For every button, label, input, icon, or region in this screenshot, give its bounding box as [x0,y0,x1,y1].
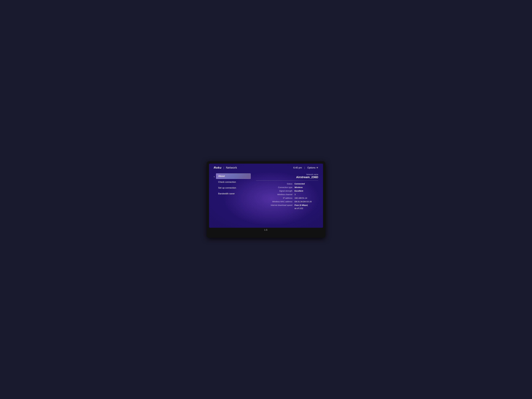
monitor-screen: Roku | Network 6:40 pm | Options ✳ [209,164,323,228]
header-pipe: | [304,166,305,169]
menu-item-check-connection[interactable]: Check connection [216,179,251,185]
ip-address-value: 192.168.51.14 [294,197,318,199]
header: Roku | Network 6:40 pm | Options ✳ [209,164,323,171]
current-time: 6:40 pm [293,166,302,169]
monitor-outer: Roku | Network 6:40 pm | Options ✳ [207,161,325,238]
status-value: Connected [294,183,318,185]
mac-address-value: D8:31:34:D8:CE:20 [294,200,318,203]
info-row-wireless-channel: Wireless channel 3 [256,193,318,196]
menu-item-set-up-connection[interactable]: Set up connection [216,185,251,190]
info-row-status: Status Connected [256,182,318,185]
status-label: Status [271,183,292,185]
signal-strength-label: Signal strength [271,190,292,192]
network-name-value: Airstream_236D [256,176,318,179]
info-row-connection-type: Connection type Wireless [256,185,318,189]
back-button[interactable]: ‹ [214,175,215,178]
info-table: Status Connected Connection type Wireles… [256,182,318,210]
header-separator: | [223,166,224,169]
network-name-label: Network name [256,173,318,176]
as-of-text: as of 1/22 [294,207,318,209]
menu-item-about[interactable]: About [216,173,251,179]
wireless-channel-label: Wireless channel [271,193,292,196]
screen-content: Roku | Network 6:40 pm | Options ✳ [209,164,323,228]
roku-logo: Roku [214,166,222,169]
right-panel: Network name Airstream_236D Status Conne… [256,172,318,225]
signal-strength-value: Excellent [294,190,318,192]
header-right: 6:40 pm | Options ✳ [293,166,318,169]
header-left: Roku | Network [214,166,237,169]
ip-address-label: IP address [271,197,292,199]
monitor-stand: LG [209,228,323,231]
main-content: ‹ About Check connection Set up connecti… [209,171,323,228]
options-star-icon: ✳ [316,166,318,169]
info-row-ip-address: IP address 192.168.51.14 [256,196,318,200]
left-panel: ‹ About Check connection Set up connecti… [214,172,251,225]
page-title: Network [226,166,237,169]
options-button[interactable]: Options ✳ [307,166,318,169]
info-row-signal-strength: Signal strength Excellent [256,189,318,193]
download-speed-label: Internet download speed [271,204,292,206]
wireless-channel-value: 3 [294,193,318,196]
connection-type-value: Wireless [294,186,318,188]
mac-address-label: Wireless MAC address [271,200,292,203]
connection-type-label: Connection type [271,186,292,188]
network-name-section: Network name Airstream_236D [256,173,318,179]
menu-list: About Check connection Set up connection… [216,173,251,196]
monitor-brand: LG [264,229,268,231]
as-of-row: as of 1/22 [256,207,318,210]
download-speed-value: Poor (0 Mbps) [294,204,318,206]
info-row-mac-address: Wireless MAC address D8:31:34:D8:CE:20 [256,200,318,203]
menu-item-bandwidth-saver[interactable]: Bandwidth saver [216,191,251,196]
info-row-download-speed: Internet download speed Poor (0 Mbps) [256,203,318,207]
options-label: Options [307,166,316,169]
